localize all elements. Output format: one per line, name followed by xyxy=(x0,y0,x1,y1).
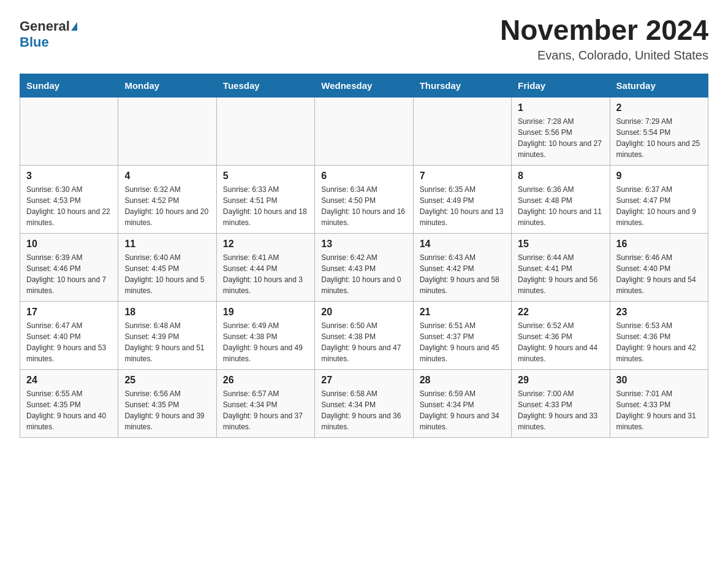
day-number: 13 xyxy=(321,239,406,250)
calendar-cell: 17Sunrise: 6:47 AM Sunset: 4:40 PM Dayli… xyxy=(20,301,118,369)
day-sun-info: Sunrise: 6:49 AM Sunset: 4:38 PM Dayligh… xyxy=(223,320,308,364)
calendar-cell: 12Sunrise: 6:41 AM Sunset: 4:44 PM Dayli… xyxy=(216,233,314,301)
day-number: 11 xyxy=(124,239,210,250)
calendar-cell: 29Sunrise: 7:00 AM Sunset: 4:33 PM Dayli… xyxy=(512,369,610,437)
day-number: 10 xyxy=(26,239,112,250)
day-sun-info: Sunrise: 6:34 AM Sunset: 4:50 PM Dayligh… xyxy=(321,184,406,228)
day-number: 17 xyxy=(26,307,112,318)
day-number: 1 xyxy=(518,102,603,113)
day-number: 28 xyxy=(420,375,505,386)
location-subtitle: Evans, Colorado, United States xyxy=(500,48,708,63)
calendar-cell: 2Sunrise: 7:29 AM Sunset: 5:54 PM Daylig… xyxy=(610,97,708,165)
weekday-header-row: SundayMondayTuesdayWednesdayThursdayFrid… xyxy=(20,74,708,97)
calendar-cell: 4Sunrise: 6:32 AM Sunset: 4:52 PM Daylig… xyxy=(118,165,216,233)
calendar-cell: 8Sunrise: 6:36 AM Sunset: 4:48 PM Daylig… xyxy=(512,165,610,233)
day-number: 14 xyxy=(420,239,505,250)
calendar-cell: 7Sunrise: 6:35 AM Sunset: 4:49 PM Daylig… xyxy=(413,165,511,233)
weekday-header-tuesday: Tuesday xyxy=(216,74,314,97)
calendar-week-row: 24Sunrise: 6:55 AM Sunset: 4:35 PM Dayli… xyxy=(20,369,708,437)
day-number: 18 xyxy=(124,307,210,318)
calendar-week-row: 10Sunrise: 6:39 AM Sunset: 4:46 PM Dayli… xyxy=(20,233,708,301)
day-number: 24 xyxy=(26,375,112,386)
day-number: 23 xyxy=(616,307,702,318)
day-number: 25 xyxy=(124,375,210,386)
weekday-header-wednesday: Wednesday xyxy=(315,74,413,97)
day-number: 7 xyxy=(420,170,505,182)
calendar-cell: 22Sunrise: 6:52 AM Sunset: 4:36 PM Dayli… xyxy=(512,301,610,369)
calendar-cell: 20Sunrise: 6:50 AM Sunset: 4:38 PM Dayli… xyxy=(315,301,413,369)
calendar-week-row: 17Sunrise: 6:47 AM Sunset: 4:40 PM Dayli… xyxy=(20,301,708,369)
calendar-cell: 1Sunrise: 7:28 AM Sunset: 5:56 PM Daylig… xyxy=(512,97,610,165)
calendar-cell: 24Sunrise: 6:55 AM Sunset: 4:35 PM Dayli… xyxy=(20,369,118,437)
weekday-header-sunday: Sunday xyxy=(20,74,118,97)
calendar-cell xyxy=(216,97,314,165)
calendar-cell: 26Sunrise: 6:57 AM Sunset: 4:34 PM Dayli… xyxy=(216,369,314,437)
calendar-cell: 18Sunrise: 6:48 AM Sunset: 4:39 PM Dayli… xyxy=(118,301,216,369)
day-sun-info: Sunrise: 7:28 AM Sunset: 5:56 PM Dayligh… xyxy=(518,116,603,160)
day-sun-info: Sunrise: 7:00 AM Sunset: 4:33 PM Dayligh… xyxy=(518,388,603,432)
day-number: 27 xyxy=(321,375,406,386)
day-sun-info: Sunrise: 6:53 AM Sunset: 4:36 PM Dayligh… xyxy=(616,320,702,364)
calendar-cell xyxy=(413,97,511,165)
day-sun-info: Sunrise: 6:33 AM Sunset: 4:51 PM Dayligh… xyxy=(223,184,308,228)
weekday-header-friday: Friday xyxy=(512,74,610,97)
day-number: 12 xyxy=(223,239,308,250)
page-header: General Blue November 2024 Evans, Colora… xyxy=(20,15,708,63)
day-sun-info: Sunrise: 6:50 AM Sunset: 4:38 PM Dayligh… xyxy=(321,320,406,364)
day-sun-info: Sunrise: 6:41 AM Sunset: 4:44 PM Dayligh… xyxy=(223,252,308,296)
day-sun-info: Sunrise: 7:29 AM Sunset: 5:54 PM Dayligh… xyxy=(616,116,702,160)
calendar-cell: 6Sunrise: 6:34 AM Sunset: 4:50 PM Daylig… xyxy=(315,165,413,233)
calendar-week-row: 1Sunrise: 7:28 AM Sunset: 5:56 PM Daylig… xyxy=(20,97,708,165)
calendar-cell: 10Sunrise: 6:39 AM Sunset: 4:46 PM Dayli… xyxy=(20,233,118,301)
day-sun-info: Sunrise: 6:44 AM Sunset: 4:41 PM Dayligh… xyxy=(518,252,603,296)
day-number: 2 xyxy=(616,102,702,113)
calendar-table: SundayMondayTuesdayWednesdayThursdayFrid… xyxy=(20,74,708,438)
day-number: 4 xyxy=(124,170,210,182)
day-sun-info: Sunrise: 6:39 AM Sunset: 4:46 PM Dayligh… xyxy=(26,252,112,296)
logo-triangle-icon xyxy=(71,22,77,31)
day-sun-info: Sunrise: 6:56 AM Sunset: 4:35 PM Dayligh… xyxy=(124,388,210,432)
day-number: 3 xyxy=(26,170,112,182)
calendar-cell: 25Sunrise: 6:56 AM Sunset: 4:35 PM Dayli… xyxy=(118,369,216,437)
day-number: 15 xyxy=(518,239,603,250)
day-sun-info: Sunrise: 6:58 AM Sunset: 4:34 PM Dayligh… xyxy=(321,388,406,432)
day-sun-info: Sunrise: 6:43 AM Sunset: 4:42 PM Dayligh… xyxy=(420,252,505,296)
day-number: 30 xyxy=(616,375,702,386)
calendar-cell: 9Sunrise: 6:37 AM Sunset: 4:47 PM Daylig… xyxy=(610,165,708,233)
day-number: 16 xyxy=(616,239,702,250)
calendar-week-row: 3Sunrise: 6:30 AM Sunset: 4:53 PM Daylig… xyxy=(20,165,708,233)
calendar-cell: 11Sunrise: 6:40 AM Sunset: 4:45 PM Dayli… xyxy=(118,233,216,301)
day-number: 9 xyxy=(616,170,702,182)
logo: General Blue xyxy=(20,15,77,50)
day-number: 21 xyxy=(420,307,505,318)
day-number: 29 xyxy=(518,375,603,386)
calendar-cell xyxy=(20,97,118,165)
calendar-cell xyxy=(315,97,413,165)
logo-blue-text: Blue xyxy=(20,34,49,50)
day-number: 5 xyxy=(223,170,308,182)
day-sun-info: Sunrise: 7:01 AM Sunset: 4:33 PM Dayligh… xyxy=(616,388,702,432)
calendar-cell: 5Sunrise: 6:33 AM Sunset: 4:51 PM Daylig… xyxy=(216,165,314,233)
day-sun-info: Sunrise: 6:36 AM Sunset: 4:48 PM Dayligh… xyxy=(518,184,603,228)
day-number: 19 xyxy=(223,307,308,318)
calendar-cell: 16Sunrise: 6:46 AM Sunset: 4:40 PM Dayli… xyxy=(610,233,708,301)
day-sun-info: Sunrise: 6:47 AM Sunset: 4:40 PM Dayligh… xyxy=(26,320,112,364)
day-sun-info: Sunrise: 6:57 AM Sunset: 4:34 PM Dayligh… xyxy=(223,388,308,432)
weekday-header-thursday: Thursday xyxy=(413,74,511,97)
day-sun-info: Sunrise: 6:48 AM Sunset: 4:39 PM Dayligh… xyxy=(124,320,210,364)
weekday-header-monday: Monday xyxy=(118,74,216,97)
calendar-cell: 23Sunrise: 6:53 AM Sunset: 4:36 PM Dayli… xyxy=(610,301,708,369)
calendar-cell: 14Sunrise: 6:43 AM Sunset: 4:42 PM Dayli… xyxy=(413,233,511,301)
logo-general-text: General xyxy=(20,18,70,34)
calendar-cell: 30Sunrise: 7:01 AM Sunset: 4:33 PM Dayli… xyxy=(610,369,708,437)
calendar-cell xyxy=(118,97,216,165)
day-number: 26 xyxy=(223,375,308,386)
day-sun-info: Sunrise: 6:30 AM Sunset: 4:53 PM Dayligh… xyxy=(26,184,112,228)
day-number: 22 xyxy=(518,307,603,318)
calendar-cell: 27Sunrise: 6:58 AM Sunset: 4:34 PM Dayli… xyxy=(315,369,413,437)
day-sun-info: Sunrise: 6:42 AM Sunset: 4:43 PM Dayligh… xyxy=(321,252,406,296)
title-area: November 2024 Evans, Colorado, United St… xyxy=(500,15,708,63)
day-sun-info: Sunrise: 6:32 AM Sunset: 4:52 PM Dayligh… xyxy=(124,184,210,228)
day-sun-info: Sunrise: 6:40 AM Sunset: 4:45 PM Dayligh… xyxy=(124,252,210,296)
day-number: 6 xyxy=(321,170,406,182)
